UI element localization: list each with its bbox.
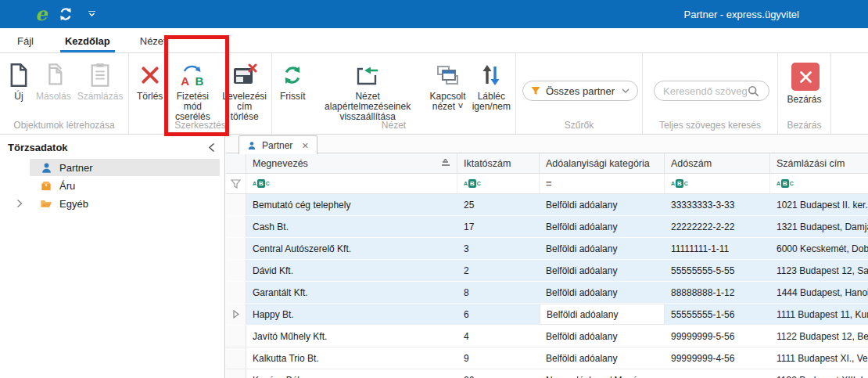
filter-cell-megnevezes[interactable]: ABC [246,174,457,193]
copy-icon [41,61,65,89]
delete-button[interactable]: Törlés [134,59,166,103]
cell-adoszam[interactable]: 99999999-5-56 [665,326,770,347]
cell-adoszam[interactable]: 11111111-1-11 [665,238,770,259]
linked-view-button[interactable]: Kapcsolt nézet ˅ [427,59,469,113]
table-row[interactable]: Kovács Béla 26 Nem adóalany / Magánszemé… [226,369,868,378]
sidebar-item-aru[interactable]: Áru [30,177,220,194]
cell-cim[interactable]: 1111 Budapest 11, Kun [770,304,868,325]
partner-filter-dropdown[interactable]: Összes partner [522,81,638,101]
abc-filter-icon: ABC [777,179,794,188]
cell-kategoria[interactable]: Belföldi adóalany [540,347,665,369]
column-header-adoszam[interactable]: Adószám [665,153,770,173]
column-header-szamlazasi-cim[interactable]: Számlázási cím [770,153,868,173]
table-row[interactable]: Bemutató cég telephely 25 Belföldi adóal… [226,194,868,216]
table-row[interactable]: Kalkutta Trio Bt. 9 Belföldi adóalany 99… [226,347,868,369]
sidebar-item-partner[interactable]: Partner [30,159,220,176]
document-tab-partner[interactable]: Partner × [239,135,317,154]
cell-adoszam[interactable]: 22222222-2-22 [665,216,770,237]
cell-kategoria[interactable]: Belföldi adóalany [540,326,665,347]
cell-iktatoszam[interactable]: 9 [457,347,540,369]
cell-megnevezes[interactable]: Kalkutta Trio Bt. [246,347,457,369]
cell-megnevezes[interactable]: Kovács Béla [246,369,457,378]
cell-adoszam[interactable] [665,369,770,378]
fulltext-search-box[interactable] [654,81,769,101]
cell-adoszam[interactable]: 88888888-1-12 [665,282,770,303]
refresh-icon[interactable] [58,6,74,22]
cell-cim[interactable]: 1122 Budapest 12, Bet [770,326,868,347]
new-button[interactable]: Új [5,59,33,103]
cell-cim[interactable]: 1111 Budapest XI., Ve [770,347,868,369]
close-button[interactable] [791,63,820,91]
cell-kategoria[interactable]: Belföldi adóalany [540,304,665,325]
cell-iktatoszam[interactable]: 8 [457,282,540,303]
cell-cim[interactable]: 1123 Budapest 12, Sas [770,260,868,281]
cell-cim[interactable]: 1132 Budapest XIII. ke [770,369,868,378]
group-label-search: Teljes szöveges keresés [643,120,777,131]
footer-toggle-icon [481,61,501,89]
ribbon-group-edit: Törlés A B Fizetési mód cserélés [129,53,272,134]
cell-kategoria[interactable]: Belföldi adóalany [540,216,665,237]
cell-megnevezes[interactable]: Central Autószerelő Kft. [246,238,457,259]
cell-iktatoszam[interactable]: 25 [457,194,540,215]
cell-kategoria[interactable]: Belföldi adóalany [540,282,665,303]
filter-cell-iktatoszam[interactable]: ABC [457,174,540,193]
row-focus-arrow [233,310,239,319]
cell-megnevezes[interactable]: Bemutató cég telephely [246,194,457,215]
cell-cim[interactable]: 1021 Budapest II. ker. [770,194,868,215]
cell-kategoria[interactable]: Belföldi adóalany [540,194,665,215]
tab-home[interactable]: Kezdőlap [62,30,113,52]
quick-access-chevron-icon[interactable] [88,11,96,17]
cell-iktatoszam[interactable]: 6 [457,304,540,325]
sidebar-collapse-icon[interactable] [208,142,215,153]
table-row[interactable]: Central Autószerelő Kft. 3 Belföldi adóa… [226,238,868,260]
cell-kategoria[interactable]: Belföldi adóalany [540,260,665,281]
cell-cim[interactable]: 6000 Kecskemét, Dobó [770,238,868,259]
cell-iktatoszam[interactable]: 26 [457,369,540,378]
table-row[interactable]: Cash Bt. 17 Belföldi adóalany 22222222-2… [226,216,868,238]
tab-view[interactable]: Nézet [137,30,170,52]
cell-cim[interactable]: 1321 Budapest, Damjani [770,216,868,237]
cell-iktatoszam[interactable]: 2 [457,260,540,281]
cell-kategoria[interactable]: Nem adóalany / Magánszemély [540,369,665,378]
cell-megnevezes[interactable]: Javító Műhely Kft. [246,326,457,347]
expand-chevron-icon[interactable] [16,199,23,208]
copy-button[interactable]: Másolás [33,59,74,103]
payment-swap-button[interactable]: A B Fizetési mód cserélés [166,59,219,124]
refresh-view-button[interactable]: Frissít [277,59,309,103]
table-row[interactable]: Garantált Kft. 8 Belföldi adóalany 88888… [226,282,868,304]
mail-address-delete-button[interactable]: Levelezési cím törlése [219,59,270,124]
cell-iktatoszam[interactable]: 17 [457,216,540,237]
cell-adoszam[interactable]: 55555555-1-56 [665,304,770,325]
cell-megnevezes[interactable]: Garantált Kft. [246,282,457,303]
filter-cell-kategoria[interactable]: = [540,174,665,193]
column-header-megnevezes[interactable]: Megnevezés [246,153,457,173]
cell-megnevezes[interactable]: Happy Bt. [246,304,457,325]
footer-toggle-button[interactable]: Lábléc igen/nem [469,59,514,113]
invoice-button[interactable]: Számlázás [74,59,127,103]
table-row[interactable]: Javító Műhely Kft. 4 Belföldi adóalany 9… [226,326,868,347]
cell-adoszam[interactable]: 99999999-4-56 [665,347,770,369]
search-input[interactable] [663,85,748,97]
column-header-iktatoszam[interactable]: Iktatószám [457,153,540,173]
sidebar-item-egyeb[interactable]: Egyéb [30,195,220,212]
cell-iktatoszam[interactable]: 4 [457,326,540,347]
filter-cell-adoszam[interactable]: ABC [665,174,770,193]
cell-kategoria[interactable]: Belföldi adóalany [540,238,665,259]
filter-cell-cim[interactable]: ABC [770,174,868,193]
tab-close-icon[interactable]: × [302,140,308,151]
tab-file[interactable]: Fájl [14,30,37,52]
partner-person-icon [40,161,52,174]
cell-adoszam[interactable]: 33333333-3-33 [665,194,770,215]
table-row[interactable]: Dávid Kft. 2 Belföldi adóalany 55555555-… [226,260,868,282]
search-icon[interactable] [748,85,759,97]
reset-view-button[interactable]: Nézet alapértelmezéseinek visszaállítása [309,59,427,124]
row-indicator-cell [226,282,246,303]
abc-filter-icon: ABC [671,179,688,188]
cell-cim[interactable]: 1444 Budapest, Hanoi [770,282,868,303]
cell-megnevezes[interactable]: Dávid Kft. [246,260,457,281]
column-header-adoalanyisagi-kategoria[interactable]: Adóalanyisági kategória [540,153,665,173]
cell-megnevezes[interactable]: Cash Bt. [246,216,457,237]
cell-adoszam[interactable]: 55555555-5-55 [665,260,770,281]
table-row[interactable]: Happy Bt. 6 Belföldi adóalany 55555555-1… [226,304,868,326]
cell-iktatoszam[interactable]: 3 [457,238,540,259]
